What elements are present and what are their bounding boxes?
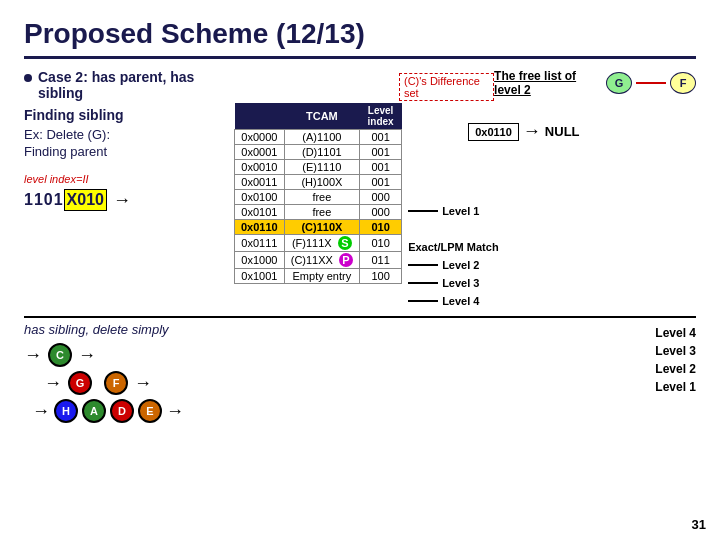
table-row-highlighted: 0x0110 (C)110X 010	[235, 220, 402, 235]
arrow-right-1: →	[78, 345, 96, 366]
level1-label-row3	[408, 184, 579, 202]
null-label: NULL	[545, 124, 580, 139]
tree-row-3: → H A D E →	[32, 399, 184, 423]
tree-level4-label: Level 4	[655, 326, 696, 340]
finding-parent-label: Finding parent	[24, 144, 224, 159]
addr-box: 0x0110	[468, 123, 519, 141]
bullet-dot-icon	[24, 74, 32, 82]
level1-label: Level 1	[408, 202, 579, 220]
bit-prefix: 1101	[24, 191, 64, 209]
right-section: (C)'s Difference set The free list of le…	[234, 69, 696, 310]
table-row: 0x0111 (F)111X S 010	[235, 235, 402, 252]
table-row: 0x0011 (H)100X 001	[235, 175, 402, 190]
level1-label-row2	[408, 166, 579, 184]
level-index-label: level index=II	[24, 173, 224, 185]
main-content: Case 2: has parent, has sibling Finding …	[24, 69, 696, 310]
bullet-text: Case 2: has parent, has sibling	[38, 69, 224, 101]
tcam-entry-header: TCAM	[284, 103, 359, 130]
tree-row-1: → C →	[24, 343, 184, 367]
exact-match-label: Exact/LPM Match	[408, 238, 579, 256]
bit-highlighted: X010	[64, 189, 107, 211]
diff-set-label: (C)'s Difference set	[399, 73, 494, 101]
arrow-left-2: →	[44, 373, 62, 394]
tree-node-f: F	[104, 371, 128, 395]
level2-label-row1	[408, 220, 579, 238]
arrow-left-1: →	[24, 345, 42, 366]
title-underline	[24, 56, 696, 59]
bit-display: 1101 X010 →	[24, 189, 224, 211]
tree-level-labels: Level 4 Level 3 Level 2 Level 1	[655, 322, 696, 394]
level3-label: Level 3	[408, 274, 579, 292]
bullet-point: Case 2: has parent, has sibling	[24, 69, 224, 101]
tree-row-2: → G F →	[44, 371, 184, 395]
finding-sibling-label: Finding sibling	[24, 107, 224, 123]
tree-node-a: A	[82, 399, 106, 423]
slide-title: Proposed Scheme (12/13)	[24, 18, 696, 50]
arrow-right-2: →	[134, 373, 152, 394]
table-row: 0x0001 (D)1101 001	[235, 145, 402, 160]
table-row: 0x0000 (A)1100 001	[235, 130, 402, 145]
page-number: 31	[692, 517, 706, 532]
tcam-level-header: Levelindex	[360, 103, 402, 130]
table-row: 0x0010 (E)1110 001	[235, 160, 402, 175]
level2-label: Level 2	[408, 256, 579, 274]
tree-node-h: H	[54, 399, 78, 423]
tree-level3-label: Level 3	[655, 344, 696, 358]
free-list-label: The free list of level 2	[494, 69, 596, 97]
right-panel: 0x0110 → NULL Level 1	[408, 121, 579, 310]
tree-level1-label: Level 1	[655, 380, 696, 394]
arrow-to-null-icon: →	[523, 121, 541, 142]
tree-diagram: → C → → G F → →	[24, 343, 184, 423]
ex-delete-label: Ex: Delete (G):	[24, 127, 224, 142]
level-labels: Level 1 Exact/LPM Match Level 2 Level 3	[408, 148, 579, 310]
table-row: 0x0100 free 000	[235, 190, 402, 205]
tree-level2-label: Level 2	[655, 362, 696, 376]
free-node-f: F	[670, 72, 696, 94]
tree-node-d: D	[110, 399, 134, 423]
tree-node-g: G	[68, 371, 92, 395]
table-row: 0x1000 (C)11XX P 011	[235, 252, 402, 269]
arrow-right-icon: →	[113, 190, 131, 211]
tcam-table: TCAM Levelindex 0x0000 (A)1100 001 0x000…	[234, 103, 402, 284]
free-node-connector	[636, 82, 666, 84]
tree-node-e: E	[138, 399, 162, 423]
level4-label: Level 4	[408, 292, 579, 310]
left-section: Case 2: has parent, has sibling Finding …	[24, 69, 224, 310]
level1-label-row1	[408, 148, 579, 166]
table-row: 0x0101 free 000	[235, 205, 402, 220]
free-node-g: G	[606, 72, 632, 94]
arrow-left-3: →	[32, 401, 50, 422]
bottom-section: has sibling, delete simply → C → →	[24, 316, 696, 423]
arrow-right-3: →	[166, 401, 184, 422]
slide: Proposed Scheme (12/13) Case 2: has pare…	[0, 0, 720, 540]
table-row: 0x1001 Empty entry 100	[235, 269, 402, 284]
tree-node-c-top: C	[48, 343, 72, 367]
tree-area: → C → → G F → →	[24, 343, 655, 423]
has-sibling-text: has sibling, delete simply	[24, 322, 655, 337]
tcam-addr-header	[235, 103, 285, 130]
